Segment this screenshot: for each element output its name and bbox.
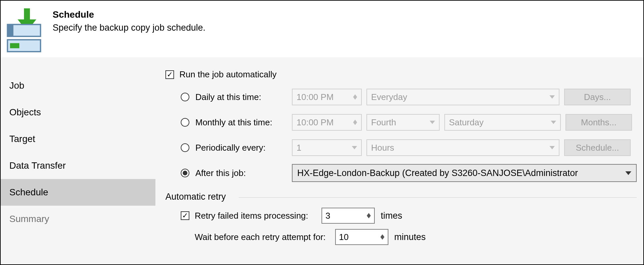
daily-days-value: Everyday — [371, 92, 407, 102]
automatic-retry-legend: Automatic retry — [165, 192, 230, 202]
sidebar-item-target[interactable]: Target — [1, 126, 155, 152]
retry-enable-checkbox[interactable]: ✓ — [181, 211, 189, 220]
spinner-arrows-icon — [353, 120, 357, 125]
wizard-header: Schedule Specify the backup copy job sch… — [1, 1, 643, 57]
after-job-row: After this job: HX-Edge-London-Backup (C… — [181, 160, 640, 186]
daily-time-spinner[interactable]: 10:00 PM — [292, 89, 362, 105]
chevron-down-icon — [551, 121, 556, 124]
svg-marker-6 — [353, 94, 357, 97]
daily-row: Daily at this time: 10:00 PM Everyday — [181, 84, 640, 110]
svg-marker-11 — [430, 121, 435, 124]
sidebar-item-schedule[interactable]: Schedule — [1, 179, 155, 206]
spinner-arrows-icon — [380, 234, 384, 240]
monthly-weekday-select[interactable]: Saturday — [444, 114, 561, 131]
chevron-down-icon — [622, 171, 631, 175]
svg-marker-15 — [625, 171, 631, 175]
monthly-row: Monthly at this time: 10:00 PM Fourth — [181, 110, 640, 135]
periodic-radio[interactable] — [181, 143, 189, 152]
monthly-time-spinner[interactable]: 10:00 PM — [292, 114, 362, 131]
automatic-retry-group: Automatic retry ✓ Retry failed items pro… — [165, 192, 640, 248]
spinner-arrows-icon — [367, 213, 371, 218]
periodic-label: Periodically every: — [195, 143, 292, 153]
monthly-weekday-value: Saturday — [449, 117, 484, 128]
svg-marker-7 — [353, 97, 357, 100]
retry-count-input[interactable]: 3 — [322, 208, 375, 224]
periodic-unit-value: Hours — [371, 143, 394, 153]
wizard-header-text: Schedule Specify the backup copy job sch… — [53, 7, 205, 33]
page-subtitle: Specify the backup copy job schedule. — [53, 23, 205, 33]
retry-wait-value: 10 — [339, 232, 349, 242]
wizard-window: Schedule Specify the backup copy job sch… — [0, 0, 644, 265]
monthly-ordinal-value: Fourth — [371, 117, 396, 128]
svg-rect-5 — [10, 43, 19, 48]
schedule-button[interactable]: Schedule... — [564, 139, 631, 156]
wizard-body: Job Objects Target Data Transfer Schedul… — [1, 57, 643, 264]
chevron-down-icon — [352, 146, 357, 149]
monthly-time-value: 10:00 PM — [297, 117, 333, 128]
after-job-value: HX-Edge-London-Backup (Created by S3260-… — [297, 168, 578, 178]
periodic-row: Periodically every: 1 Hours Schedule... — [181, 135, 640, 160]
spinner-arrows-icon — [353, 94, 357, 100]
retry-wait-input[interactable]: 10 — [335, 229, 388, 245]
periodic-unit-select[interactable]: Hours — [366, 139, 559, 156]
chevron-down-icon — [549, 95, 555, 99]
run-automatically-row: ✓ Run the job automatically — [165, 69, 640, 80]
after-job-label: After this job: — [195, 168, 292, 178]
wizard-steps-sidebar: Job Objects Target Data Transfer Schedul… — [1, 57, 155, 264]
daily-days-select[interactable]: Everyday — [366, 89, 559, 105]
periodic-value: 1 — [297, 143, 301, 153]
after-job-combobox[interactable]: HX-Edge-London-Backup (Created by S3260-… — [292, 164, 637, 182]
retry-wait-unit: minutes — [394, 232, 426, 242]
monthly-radio[interactable] — [181, 118, 189, 127]
months-button[interactable]: Months... — [565, 114, 632, 131]
run-automatically-label: Run the job automatically — [179, 69, 277, 80]
svg-marker-9 — [353, 120, 357, 122]
after-job-radio[interactable] — [181, 169, 189, 177]
sidebar-item-job[interactable]: Job — [1, 72, 155, 99]
svg-marker-18 — [380, 234, 384, 237]
svg-rect-3 — [7, 24, 13, 36]
run-automatically-checkbox[interactable]: ✓ — [165, 70, 174, 79]
schedule-wizard-icon — [5, 7, 49, 50]
retry-enable-label: Retry failed items processing: — [195, 211, 308, 221]
daily-time-value: 10:00 PM — [297, 92, 333, 102]
daily-label: Daily at this time: — [195, 92, 292, 102]
retry-count-value: 3 — [325, 211, 330, 221]
schedule-panel: ✓ Run the job automatically Daily at thi… — [155, 57, 643, 264]
monthly-label: Monthly at this time: — [195, 117, 292, 128]
retry-wait-label: Wait before each retry attempt for: — [195, 232, 326, 242]
page-title: Schedule — [53, 9, 205, 20]
svg-marker-10 — [353, 122, 357, 125]
svg-marker-19 — [380, 237, 384, 240]
periodic-value-select[interactable]: 1 — [292, 139, 362, 156]
schedule-options: Daily at this time: 10:00 PM Everyday — [181, 84, 640, 186]
retry-enable-row: ✓ Retry failed items processing: 3 times — [181, 205, 640, 226]
svg-marker-13 — [352, 146, 357, 149]
svg-marker-12 — [551, 121, 556, 124]
chevron-down-icon — [549, 146, 555, 149]
svg-marker-17 — [367, 216, 371, 218]
group-divider — [239, 197, 637, 198]
svg-marker-16 — [367, 213, 371, 216]
sidebar-item-summary[interactable]: Summary — [1, 206, 155, 232]
sidebar-item-data-transfer[interactable]: Data Transfer — [1, 152, 155, 179]
retry-count-unit: times — [381, 211, 402, 221]
svg-marker-8 — [549, 95, 555, 99]
days-button[interactable]: Days... — [564, 89, 631, 105]
sidebar-item-objects[interactable]: Objects — [1, 99, 155, 126]
retry-wait-row: Wait before each retry attempt for: 10 m… — [181, 226, 640, 248]
daily-radio[interactable] — [181, 93, 189, 101]
svg-marker-14 — [549, 146, 555, 149]
monthly-ordinal-select[interactable]: Fourth — [366, 114, 440, 131]
chevron-down-icon — [430, 121, 435, 124]
